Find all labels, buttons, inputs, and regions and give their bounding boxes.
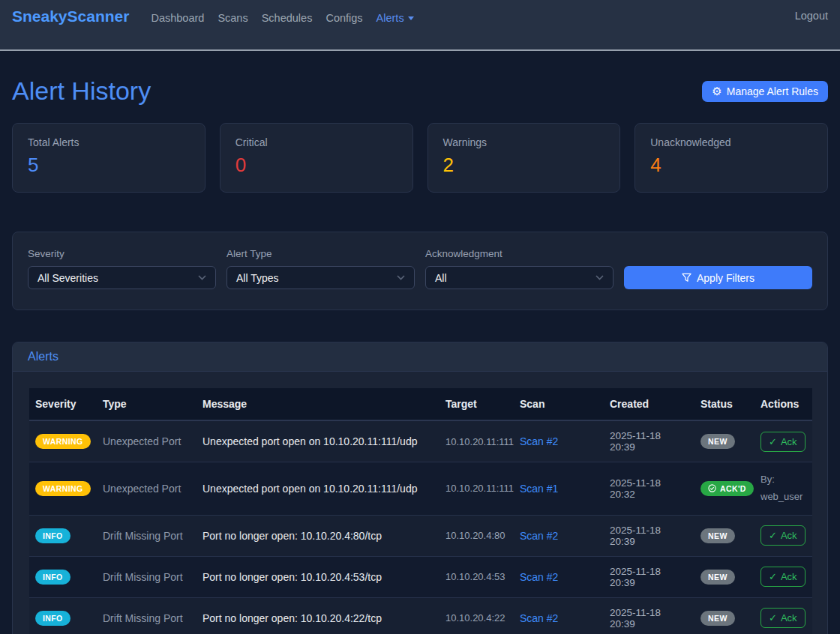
alerts-table: Severity Type Message Target Scan Create… [29, 388, 812, 634]
stats-row: Total Alerts 5 Critical 0 Warnings 2 Una… [12, 123, 828, 193]
alert-type-cell: Drift Missing Port [97, 556, 196, 597]
alert-type-select[interactable]: All Types [226, 266, 415, 289]
alert-message-cell: Unexpected port open on 10.10.20.11:111/… [196, 462, 440, 516]
filter-label: Severity [28, 248, 216, 259]
alert-created-cell: 2025-11-18 20:39 [604, 515, 694, 556]
nav-item-dashboard[interactable]: Dashboard [151, 10, 204, 24]
stat-value: 5 [28, 154, 190, 177]
stat-value: 0 [236, 154, 398, 177]
apply-filters-label: Apply Filters [697, 272, 754, 284]
table-row: INFO Drift Missing Port Port no longer o… [29, 556, 812, 597]
gear-icon: ⚙ [712, 85, 722, 97]
logout-link[interactable]: Logout [795, 7, 828, 22]
ack-button[interactable]: ✓ Ack [760, 525, 806, 546]
nav-item-alerts[interactable]: Alerts [376, 10, 414, 24]
severity-select-value: All Severities [38, 272, 98, 284]
apply-filters-button[interactable]: Apply Filters [624, 266, 812, 289]
column-header-message: Message [196, 388, 440, 420]
scan-link[interactable]: Scan #2 [520, 435, 558, 447]
funnel-icon [682, 273, 692, 283]
alerts-panel-title: Alerts [13, 342, 827, 372]
column-header-created: Created [604, 388, 694, 420]
stat-card-total-alerts: Total Alerts 5 [12, 123, 206, 193]
severity-badge: INFO [35, 528, 70, 543]
nav-item-schedules[interactable]: Schedules [262, 10, 313, 24]
ack-button-label: Ack [781, 612, 797, 624]
alerts-table-head: Severity Type Message Target Scan Create… [29, 388, 812, 420]
status-label: ACK'D [720, 484, 746, 493]
table-row: WARNING Unexpected Port Unexpected port … [29, 420, 812, 462]
ack-button-label: Ack [781, 530, 797, 541]
manage-alert-rules-button[interactable]: ⚙ Manage Alert Rules [702, 81, 828, 102]
scan-link[interactable]: Scan #1 [520, 483, 558, 495]
main-content: Alert History ⚙ Manage Alert Rules Total… [0, 76, 840, 634]
check-icon: ✓ [769, 530, 777, 541]
alert-type-cell: Drift Missing Port [97, 515, 196, 556]
column-header-status: Status [694, 388, 754, 420]
alert-target-cell: 10.10.20.4:53 [440, 556, 514, 597]
filter-label: Acknowledgment [425, 248, 614, 259]
ack-button-label: Ack [781, 436, 797, 447]
alerts-panel-body: Severity Type Message Target Scan Create… [13, 372, 827, 634]
alert-message-cell: Port no longer open: 10.10.20.4:80/tcp [196, 515, 440, 556]
nav-item-scans[interactable]: Scans [218, 10, 248, 24]
stat-value: 4 [650, 154, 812, 177]
status-label: NEW [708, 614, 728, 623]
status-badge: ACK'D [700, 481, 754, 496]
severity-select[interactable]: All Severities [28, 266, 216, 289]
table-row: WARNING Unexpected Port Unexpected port … [29, 462, 812, 516]
check-icon: ✓ [769, 436, 777, 447]
nav-item-alerts-label: Alerts [376, 12, 404, 24]
status-badge: NEW [700, 570, 735, 585]
status-badge: NEW [700, 528, 735, 543]
alert-type-cell: Unexpected Port [97, 420, 196, 462]
ack-button[interactable]: ✓ Ack [760, 432, 806, 452]
table-row: INFO Drift Missing Port Port no longer o… [29, 597, 812, 634]
page-title: Alert History [12, 76, 151, 106]
chevron-down-icon [596, 275, 604, 280]
ack-button[interactable]: ✓ Ack [760, 608, 806, 628]
scan-link[interactable]: Scan #2 [520, 612, 558, 624]
navbar: SneakyScanner Dashboard Scans Schedules … [0, 0, 840, 51]
severity-badge: WARNING [35, 481, 91, 496]
page-header: Alert History ⚙ Manage Alert Rules [12, 76, 828, 106]
alert-target-cell: 10.10.20.11:111 [440, 420, 514, 462]
column-header-severity: Severity [29, 388, 97, 420]
stat-value: 2 [443, 154, 605, 177]
check-icon: ✓ [769, 612, 777, 624]
acked-by-text: By: web_user [760, 471, 806, 506]
filter-group-acknowledgment: Acknowledgment All [425, 248, 614, 289]
status-badge: NEW [700, 434, 735, 449]
acknowledgment-select-value: All [435, 272, 447, 284]
filter-group-severity: Severity All Severities [28, 248, 216, 289]
stat-card-critical: Critical 0 [220, 123, 413, 193]
scan-link[interactable]: Scan #2 [520, 530, 558, 542]
status-label: NEW [708, 437, 728, 446]
filter-apply-wrap: Apply Filters [624, 266, 812, 289]
alert-type-cell: Drift Missing Port [97, 597, 196, 634]
ack-button[interactable]: ✓ Ack [760, 567, 806, 587]
alert-message-cell: Unexpected port open on 10.10.20.11:111/… [196, 420, 440, 462]
filter-group-alert-type: Alert Type All Types [226, 248, 415, 289]
filter-panel: Severity All Severities Alert Type All T… [12, 232, 828, 310]
stat-label: Total Alerts [28, 136, 190, 148]
alert-target-cell: 10.10.20.4:80 [440, 515, 514, 556]
manage-alert-rules-label: Manage Alert Rules [727, 85, 818, 97]
status-label: NEW [708, 573, 728, 582]
ack-button-label: Ack [781, 571, 797, 582]
brand-logo[interactable]: SneakyScanner [12, 7, 129, 25]
severity-badge: INFO [35, 570, 70, 585]
alerts-table-body: WARNING Unexpected Port Unexpected port … [29, 420, 812, 634]
stat-label: Critical [236, 136, 398, 148]
chevron-down-icon [198, 275, 206, 280]
navbar-left: SneakyScanner Dashboard Scans Schedules … [12, 7, 421, 25]
acknowledgment-select[interactable]: All [425, 266, 614, 289]
acked-by-user: web_user [760, 489, 806, 506]
stat-label: Unacknowledged [650, 136, 812, 148]
check-circle-icon [708, 484, 716, 492]
chevron-down-icon [408, 16, 414, 20]
nav-item-configs[interactable]: Configs [326, 10, 362, 24]
alert-message-cell: Port no longer open: 10.10.20.4:22/tcp [196, 597, 440, 634]
scan-link[interactable]: Scan #2 [520, 571, 558, 583]
alert-target-cell: 10.10.20.11:111 [440, 462, 514, 516]
